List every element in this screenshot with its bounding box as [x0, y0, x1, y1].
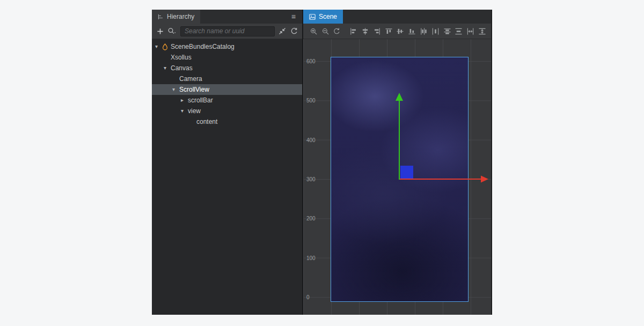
align-top-button[interactable] — [384, 25, 394, 37]
panel-menu-button[interactable]: ≡ — [291, 10, 296, 24]
ruler-label-100: 100 — [306, 255, 316, 261]
tree-row-scrollbar[interactable]: ▸scrollBar — [152, 95, 302, 106]
ruler-label-500: 500 — [306, 98, 316, 103]
scene-panel: Scene 6005004003002001000 — [303, 10, 491, 315]
scene-image-icon — [309, 14, 316, 20]
scene-canvas-node[interactable] — [331, 57, 469, 302]
distribute-horizontal-button[interactable] — [430, 25, 441, 37]
distribute-left-button[interactable] — [419, 25, 429, 37]
distribute-vertical-button[interactable] — [454, 25, 464, 37]
editor-window: Hierarchy ≡ — [152, 10, 492, 315]
distribute-top-button[interactable] — [442, 25, 452, 37]
ruler-label-600: 600 — [306, 58, 316, 64]
tree-node-label: SceneBundlesCatalog — [171, 43, 238, 50]
scene-tabbar: Scene — [303, 10, 491, 24]
tab-hierarchy[interactable]: Hierarchy — [152, 10, 200, 24]
tab-scene-label: Scene — [319, 13, 337, 20]
align-right-button[interactable] — [372, 25, 382, 37]
refresh-button[interactable] — [290, 25, 298, 37]
hierarchy-toolbar — [152, 24, 302, 39]
collapse-arrow-icon[interactable]: ▾ — [155, 41, 162, 52]
reset-view-button[interactable] — [332, 25, 342, 37]
tree-node-label: view — [188, 107, 204, 115]
align-bottom-button[interactable] — [407, 25, 417, 37]
hierarchy-tree-icon — [158, 14, 164, 20]
tree-node-label: ScrollView — [179, 86, 213, 93]
tree-row-content[interactable]: content — [152, 116, 302, 127]
create-node-button[interactable] — [156, 25, 164, 37]
tree-row-scenebundlescatalog[interactable]: ▾SceneBundlesCatalog — [152, 41, 302, 52]
align-center-horizontal-button[interactable] — [396, 25, 406, 37]
hamburger-icon: ≡ — [291, 12, 296, 21]
ruler-label-200: 200 — [306, 216, 316, 221]
search-filter-button[interactable] — [167, 25, 177, 37]
tree-row-camera[interactable]: Camera — [152, 73, 302, 84]
ruler-label-300: 300 — [306, 176, 316, 182]
hierarchy-panel: Hierarchy ≡ — [152, 10, 303, 315]
scene-toolbar — [303, 24, 491, 39]
stretch-horizontal-button[interactable] — [465, 25, 475, 37]
tree-node-label: content — [196, 118, 221, 125]
tree-node-label: scrollBar — [188, 97, 216, 104]
collapse-all-button[interactable] — [278, 25, 287, 37]
search-input[interactable] — [180, 26, 275, 36]
tab-hierarchy-label: Hierarchy — [167, 13, 194, 20]
hierarchy-tabbar: Hierarchy ≡ — [152, 10, 302, 24]
collapse-arrow-icon[interactable]: ▾ — [181, 106, 188, 116]
collapse-arrow-icon[interactable]: ▾ — [164, 63, 171, 73]
ruler-label-400: 400 — [306, 137, 316, 143]
zoom-in-button[interactable] — [309, 25, 319, 37]
cocos-flame-icon — [162, 43, 171, 50]
stretch-vertical-button[interactable] — [477, 25, 487, 37]
desktop-background: Hierarchy ≡ — [0, 0, 644, 326]
tree-node-label: Camera — [179, 75, 206, 83]
tree-row-canvas[interactable]: ▾Canvas — [152, 63, 302, 73]
tree-node-label: Canvas — [171, 64, 196, 72]
expand-arrow-icon[interactable]: ▸ — [181, 95, 188, 106]
zoom-out-button[interactable] — [320, 25, 331, 37]
tree-row-xsollus[interactable]: Xsollus — [152, 52, 302, 63]
align-left-button[interactable] — [348, 25, 358, 37]
hierarchy-tree: ▾SceneBundlesCatalogXsollus▾CanvasCamera… — [152, 39, 302, 315]
tree-row-scrollview[interactable]: ▾ScrollView — [152, 84, 302, 95]
ruler-label-0: 0 — [306, 294, 310, 300]
tree-node-label: Xsollus — [171, 54, 195, 61]
collapse-arrow-icon[interactable]: ▾ — [172, 84, 179, 95]
tab-scene[interactable]: Scene — [303, 10, 343, 24]
tree-row-view[interactable]: ▾view — [152, 106, 302, 116]
align-center-vertical-button[interactable] — [360, 25, 370, 37]
scene-viewport[interactable]: 6005004003002001000 — [303, 39, 491, 315]
